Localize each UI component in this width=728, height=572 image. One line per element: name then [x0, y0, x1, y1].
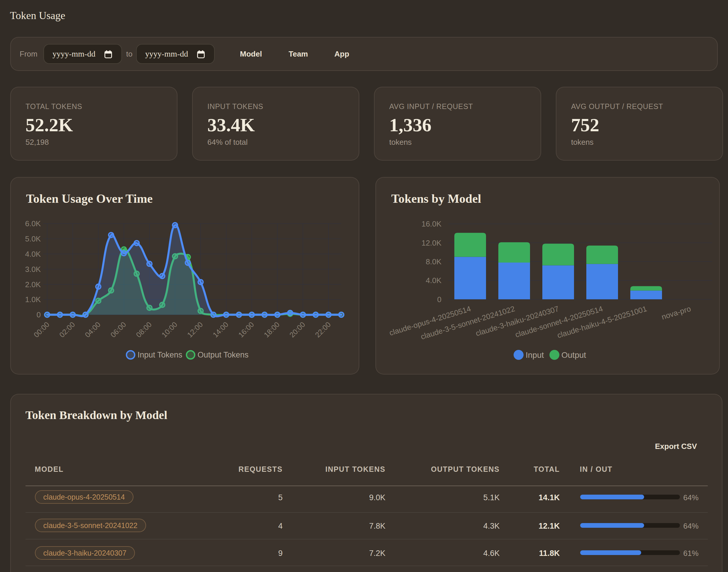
svg-text:Output: Output	[561, 350, 586, 360]
svg-text:12:00: 12:00	[185, 320, 204, 339]
svg-text:6.0K: 6.0K	[25, 219, 41, 228]
svg-text:4.0K: 4.0K	[426, 276, 442, 285]
svg-text:16.0K: 16.0K	[422, 219, 442, 228]
svg-text:0: 0	[37, 310, 41, 319]
svg-text:16:00: 16:00	[237, 320, 255, 339]
svg-text:02:00: 02:00	[58, 320, 76, 339]
svg-text:8.0K: 8.0K	[426, 257, 442, 266]
svg-text:18:00: 18:00	[262, 320, 281, 339]
svg-text:00:00: 00:00	[32, 320, 51, 339]
svg-text:20:00: 20:00	[288, 320, 306, 339]
svg-text:14:00: 14:00	[211, 320, 230, 339]
svg-text:22:00: 22:00	[313, 320, 332, 339]
svg-text:Input Tokens: Input Tokens	[137, 350, 182, 359]
svg-text:10:00: 10:00	[160, 320, 179, 339]
svg-text:2.0K: 2.0K	[25, 280, 41, 289]
svg-text:1.0K: 1.0K	[25, 295, 41, 304]
svg-text:06:00: 06:00	[109, 320, 128, 339]
svg-text:nova-pro: nova-pro	[661, 304, 692, 321]
svg-text:3.0K: 3.0K	[25, 265, 41, 274]
svg-text:04:00: 04:00	[83, 320, 102, 339]
svg-text:4.0K: 4.0K	[25, 250, 41, 259]
svg-text:08:00: 08:00	[134, 320, 153, 339]
svg-text:0: 0	[437, 295, 441, 304]
svg-text:Output Tokens: Output Tokens	[198, 350, 249, 359]
svg-text:Input: Input	[526, 350, 544, 360]
svg-text:5.0K: 5.0K	[25, 234, 41, 243]
svg-text:12.0K: 12.0K	[422, 238, 442, 247]
